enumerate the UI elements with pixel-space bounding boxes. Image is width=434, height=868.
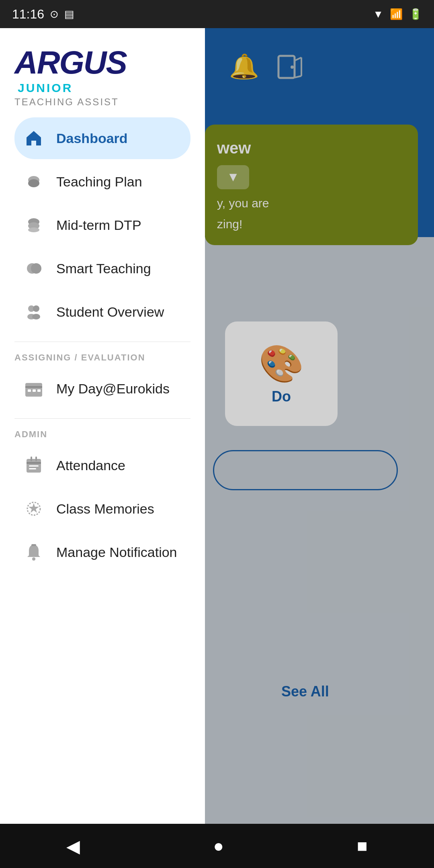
svg-rect-23 xyxy=(29,465,39,467)
svg-rect-17 xyxy=(25,386,42,388)
menu-label-dashboard: Dashboard xyxy=(56,131,128,146)
svg-point-11 xyxy=(31,263,41,274)
svg-rect-30 xyxy=(31,544,36,546)
menu-item-smart-teaching[interactable]: Smart Teaching xyxy=(14,248,190,289)
section-label-admin: ADMIN xyxy=(14,429,190,440)
svg-point-29 xyxy=(32,557,35,561)
menu-label-smart-teaching: Smart Teaching xyxy=(56,261,151,276)
smart-teaching-icon xyxy=(23,257,45,280)
menu-item-attendance[interactable]: Attendance xyxy=(14,444,190,486)
menu-item-class-memories[interactable]: Class Memories xyxy=(14,488,190,530)
navigation-drawer: ARGUS JUNIOR TEACHING ASSIST Dashboard T… xyxy=(0,28,205,868)
divider-2 xyxy=(14,418,190,419)
svg-rect-20 xyxy=(37,389,41,392)
logo-text: ARGUS xyxy=(14,44,190,81)
svg-marker-28 xyxy=(29,503,39,513)
class-memories-icon xyxy=(23,497,45,520)
home-button[interactable]: ● xyxy=(213,836,224,856)
svg-rect-18 xyxy=(28,389,31,392)
menu-label-teaching-plan: Teaching Plan xyxy=(56,174,142,190)
svg-rect-26 xyxy=(35,457,37,461)
menu-item-myday[interactable]: My Day@Eurokids xyxy=(14,368,190,409)
attendance-icon xyxy=(23,454,45,477)
menu-item-teaching-plan[interactable]: Teaching Plan xyxy=(14,161,190,203)
svg-rect-24 xyxy=(29,468,36,469)
menu-label-myday: My Day@Eurokids xyxy=(56,381,170,397)
status-icon-2: ▤ xyxy=(64,8,74,20)
menu-label-student-overview: Student Overview xyxy=(56,304,164,320)
svg-point-9 xyxy=(28,227,39,232)
logo-argus: ARGUS xyxy=(14,44,127,81)
menu-label-class-memories: Class Memories xyxy=(56,501,154,517)
logo-junior: JUNIOR xyxy=(18,81,190,95)
menu-item-dashboard[interactable]: Dashboard xyxy=(14,117,190,159)
bottom-nav: ◀ ● ■ xyxy=(0,824,434,868)
svg-rect-25 xyxy=(31,457,32,461)
menu-label-midterm: Mid-term DTP xyxy=(56,217,141,233)
status-bar-right: ▼ 📶 🔋 xyxy=(373,8,422,20)
recent-button[interactable]: ■ xyxy=(357,836,368,856)
logo-subtitle: TEACHING ASSIST xyxy=(14,96,190,108)
midterm-icon xyxy=(23,214,45,236)
section-label-assigning: ASSIGNING / EVALUATION xyxy=(14,352,190,363)
svg-point-15 xyxy=(32,314,40,319)
back-button[interactable]: ◀ xyxy=(66,836,80,856)
teaching-plan-icon xyxy=(23,170,45,193)
manage-notification-icon xyxy=(23,541,45,563)
menu-item-student-overview[interactable]: Student Overview xyxy=(14,291,190,333)
svg-rect-19 xyxy=(33,389,36,392)
student-overview-icon xyxy=(23,301,45,323)
status-time: 11:16 xyxy=(12,7,44,22)
menu-item-midterm[interactable]: Mid-term DTP xyxy=(14,204,190,246)
battery-icon: 🔋 xyxy=(409,8,422,20)
svg-point-6 xyxy=(28,179,39,187)
menu-item-manage-notification[interactable]: Manage Notification xyxy=(14,531,190,573)
logo-area: ARGUS JUNIOR TEACHING ASSIST xyxy=(14,44,190,108)
divider-1 xyxy=(14,342,190,342)
status-bar: 11:16 ⊙ ▤ ▼ 📶 🔋 xyxy=(0,0,434,28)
menu-label-attendance: Attendance xyxy=(56,458,125,473)
svg-rect-22 xyxy=(27,462,41,464)
svg-point-13 xyxy=(33,305,39,312)
dashboard-icon xyxy=(23,127,45,149)
myday-icon xyxy=(23,377,45,400)
status-bar-left: 11:16 ⊙ ▤ xyxy=(12,7,74,22)
wifi-icon: ▼ xyxy=(373,8,383,20)
menu-label-manage-notification: Manage Notification xyxy=(56,545,177,560)
drawer-overlay xyxy=(205,28,434,868)
signal-icon: 📶 xyxy=(390,8,403,20)
status-icon-1: ⊙ xyxy=(50,8,59,20)
